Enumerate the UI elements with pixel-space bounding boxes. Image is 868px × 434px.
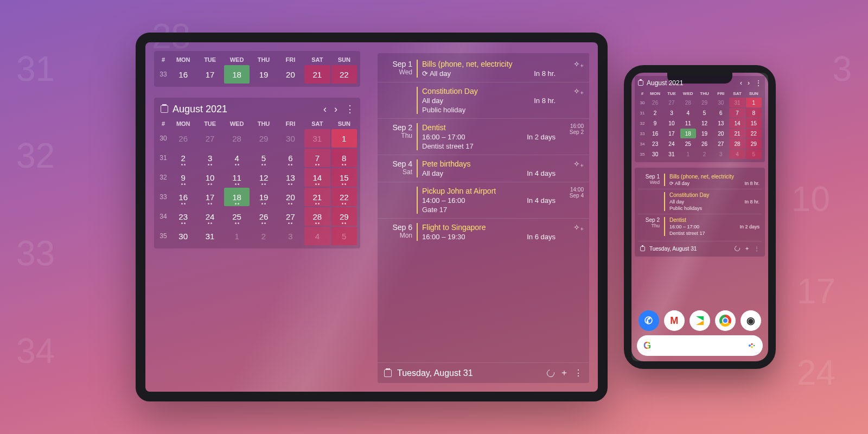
day-cell[interactable]: 5 — [251, 149, 276, 167]
agenda-event[interactable]: Pickup John at Airport14:00 – 16:00In 4 … — [378, 182, 589, 218]
agenda-event[interactable]: Sep 1WedBills (phone, net, electricity⟳ … — [638, 171, 762, 189]
day-cell[interactable]: 24 — [197, 207, 222, 226]
phone-app-icon[interactable]: ✆ — [639, 310, 659, 331]
day-cell[interactable]: 5 — [697, 108, 712, 118]
day-cell[interactable]: 15 — [331, 168, 357, 187]
day-cell[interactable]: 20 — [278, 188, 303, 206]
day-cell[interactable]: 10 — [197, 168, 222, 187]
day-cell[interactable]: 21 — [729, 129, 745, 138]
day-cell[interactable]: 26 — [251, 207, 276, 226]
assistant-icon[interactable] — [748, 341, 756, 350]
day-cell-today[interactable]: 18 — [680, 129, 696, 138]
day-cell[interactable]: 22 — [331, 188, 357, 206]
day-cell[interactable]: 22 — [746, 129, 762, 138]
agenda-event[interactable]: Constitution DayAll dayIn 8 hr.Public ho… — [378, 82, 589, 118]
day-cell[interactable]: 2 — [170, 149, 196, 167]
day-cell-today[interactable]: 18 — [224, 65, 250, 84]
day-cell[interactable]: 14 — [729, 118, 745, 128]
day-cell[interactable]: 3 — [713, 149, 729, 159]
gmail-app-icon[interactable]: M — [664, 310, 685, 331]
agenda-event[interactable]: Sep 2ThuDentist16:00 – 17:00In 2 daysDen… — [638, 214, 762, 239]
day-cell[interactable]: 26 — [170, 129, 196, 148]
day-cell[interactable]: 26 — [647, 98, 663, 107]
day-cell[interactable]: 9 — [647, 118, 663, 128]
chrome-app-icon[interactable] — [715, 310, 736, 331]
day-cell[interactable]: 13 — [713, 118, 729, 128]
day-cell[interactable]: 27 — [713, 139, 729, 149]
day-cell[interactable]: 23 — [170, 207, 196, 226]
day-cell[interactable]: 8 — [331, 149, 357, 167]
day-cell[interactable]: 28 — [224, 129, 250, 148]
agenda-event[interactable]: Sep 6MonFlight to Singapore16:00 – 19:30… — [378, 218, 589, 245]
day-cell[interactable]: 6 — [278, 149, 303, 167]
day-cell[interactable]: 19 — [697, 129, 712, 138]
day-cell[interactable]: 3 — [278, 227, 303, 245]
day-cell[interactable]: 20 — [278, 65, 303, 84]
day-cell[interactable]: 5 — [746, 149, 762, 159]
add-event-button[interactable]: ＋ — [560, 367, 569, 379]
day-cell[interactable]: 10 — [663, 118, 679, 128]
day-cell[interactable]: 19 — [251, 65, 276, 84]
add-event-button[interactable]: ＋ — [744, 245, 750, 252]
day-cell[interactable]: 29 — [331, 207, 357, 226]
agenda-event[interactable]: Sep 2ThuDentist16:00 – 17:00In 2 daysDen… — [378, 118, 589, 155]
day-cell[interactable]: 5 — [331, 227, 357, 245]
day-cell[interactable]: 16 — [170, 188, 196, 206]
day-cell[interactable]: 28 — [729, 139, 745, 149]
day-cell[interactable]: 11 — [680, 118, 696, 128]
day-cell[interactable]: 31 — [663, 149, 679, 159]
agenda-event[interactable]: Constitution DayAll dayIn 8 hr.Public ho… — [638, 189, 762, 214]
day-cell[interactable]: 19 — [251, 188, 276, 206]
day-cell[interactable]: 22 — [331, 65, 357, 84]
day-cell[interactable]: 31 — [304, 129, 330, 148]
day-cell[interactable]: 8 — [746, 108, 762, 118]
day-cell[interactable]: 30 — [170, 227, 196, 245]
day-cell[interactable]: 16 — [170, 65, 196, 84]
day-cell[interactable]: 17 — [197, 65, 222, 84]
day-cell[interactable]: 4 — [224, 149, 250, 167]
day-cell[interactable]: 17 — [663, 129, 679, 138]
day-cell[interactable]: 30 — [278, 129, 303, 148]
day-cell[interactable]: 30 — [647, 149, 663, 159]
day-cell[interactable]: 1 — [680, 149, 696, 159]
day-cell[interactable]: 24 — [663, 139, 679, 149]
next-month-button[interactable]: › — [748, 79, 750, 87]
day-cell[interactable]: 4 — [304, 227, 330, 245]
day-cell[interactable]: 25 — [680, 139, 696, 149]
agenda-menu-button[interactable]: ⋮ — [754, 246, 760, 252]
day-cell[interactable]: 20 — [713, 129, 729, 138]
day-cell[interactable]: 1 — [746, 98, 762, 107]
day-cell[interactable]: 29 — [251, 129, 276, 148]
widget-menu-button[interactable]: ⋮ — [755, 79, 762, 87]
day-cell[interactable]: 27 — [278, 207, 303, 226]
play-store-app-icon[interactable] — [690, 310, 710, 331]
agenda-event[interactable]: Sep 4SatPete birthdaysAll dayIn 4 days✧₊ — [378, 155, 589, 182]
day-cell[interactable]: 15 — [746, 118, 762, 128]
day-cell[interactable]: 31 — [729, 98, 745, 107]
prev-month-button[interactable]: ‹ — [323, 104, 327, 115]
day-cell-today[interactable]: 18 — [224, 188, 250, 206]
day-cell[interactable]: 29 — [697, 98, 712, 107]
day-cell[interactable]: 28 — [680, 98, 696, 107]
google-search-bar[interactable]: G — [637, 335, 763, 356]
agenda-event[interactable]: Sep 1WedBills (phone, net, electricity⟳ … — [378, 55, 589, 82]
day-cell[interactable]: 21 — [304, 65, 330, 84]
next-month-button[interactable]: › — [334, 104, 337, 115]
camera-app-icon[interactable]: ◉ — [741, 310, 761, 331]
day-cell[interactable]: 30 — [713, 98, 729, 107]
prev-month-button[interactable]: ‹ — [740, 79, 742, 87]
refresh-button[interactable] — [545, 368, 556, 378]
day-cell[interactable]: 3 — [197, 149, 222, 167]
day-cell[interactable]: 3 — [663, 108, 679, 118]
widget-menu-button[interactable]: ⋮ — [345, 103, 354, 115]
day-cell[interactable]: 13 — [278, 168, 303, 187]
day-cell[interactable]: 27 — [197, 129, 222, 148]
day-cell[interactable]: 12 — [697, 118, 712, 128]
agenda-menu-button[interactable]: ⋮ — [574, 368, 583, 378]
day-cell[interactable]: 7 — [304, 149, 330, 167]
day-cell[interactable]: 4 — [729, 149, 745, 159]
day-cell[interactable]: 23 — [647, 139, 663, 149]
day-cell[interactable]: 25 — [224, 207, 250, 226]
day-cell[interactable]: 17 — [197, 188, 222, 206]
day-cell[interactable]: 31 — [197, 227, 222, 245]
